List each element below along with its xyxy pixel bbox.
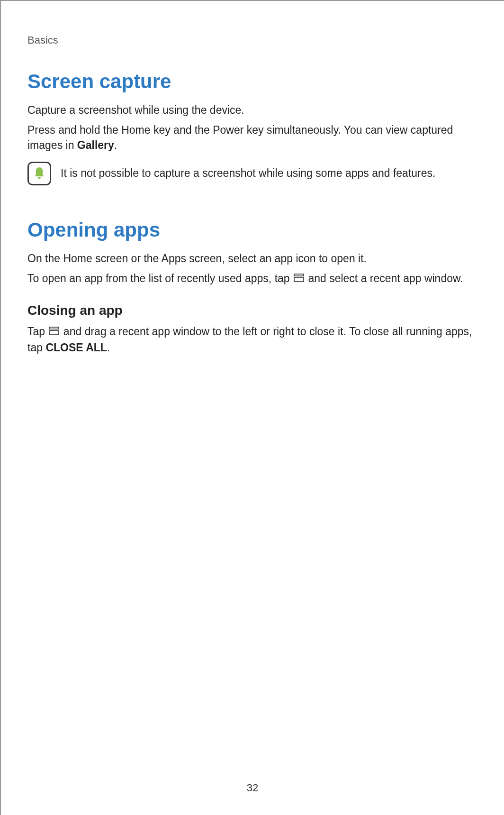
svg-rect-1: [294, 277, 304, 282]
text-fragment: .: [107, 341, 110, 354]
text-fragment: and select a recent app window.: [305, 272, 463, 284]
paragraph-close-app: Tap and drag a recent app window to the …: [27, 324, 480, 355]
text-fragment: To open an app from the list of recently…: [27, 272, 293, 284]
close-all-bold: CLOSE ALL: [45, 341, 107, 354]
svg-rect-0: [294, 274, 304, 276]
heading-screen-capture: Screen capture: [27, 70, 480, 93]
text-fragment: .: [114, 139, 117, 151]
recent-apps-icon: [49, 324, 59, 339]
section-label: Basics: [27, 34, 480, 46]
paragraph-open-app: On the Home screen or the Apps screen, s…: [27, 251, 480, 266]
note-block: It is not possible to capture a screensh…: [27, 162, 480, 185]
notification-bell-icon: [27, 162, 51, 185]
subheading-closing-app: Closing an app: [27, 303, 480, 318]
text-fragment: Tap: [27, 325, 48, 338]
heading-opening-apps: Opening apps: [27, 219, 480, 241]
svg-rect-2: [49, 327, 59, 329]
recent-apps-icon: [294, 271, 304, 286]
page-number: 32: [1, 782, 504, 794]
gallery-bold: Gallery: [77, 139, 114, 151]
svg-rect-3: [49, 330, 59, 335]
paragraph-recent-apps: To open an app from the list of recently…: [27, 271, 480, 287]
paragraph-capture-method: Press and hold the Home key and the Powe…: [27, 122, 480, 153]
paragraph-capture-intro: Capture a screenshot while using the dev…: [27, 102, 480, 118]
note-text: It is not possible to capture a screensh…: [61, 165, 435, 181]
